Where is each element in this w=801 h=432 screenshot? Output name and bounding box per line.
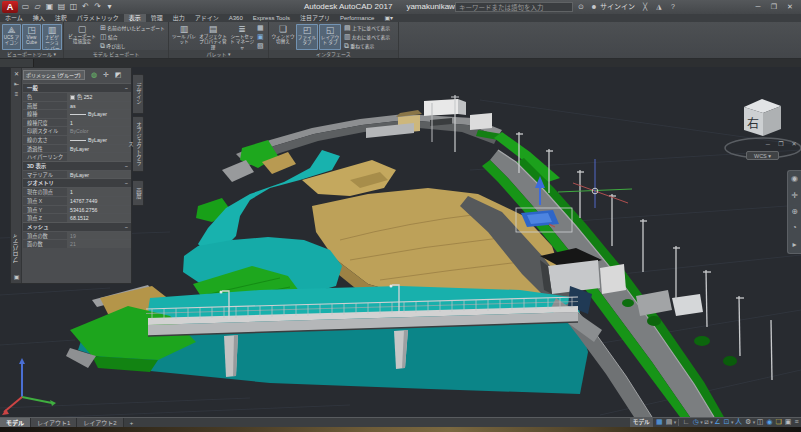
prop-row[interactable]: 印刷スタイルByColor xyxy=(23,126,131,135)
palette-properties-icon[interactable]: ≡ xyxy=(12,90,21,98)
viewport-minimize-icon[interactable]: ─ xyxy=(762,140,774,149)
switch-windows-button[interactable]: ❏ウィンドウ 切替え xyxy=(271,24,295,50)
tab-featured-apps[interactable]: 注目アプリ xyxy=(295,14,335,22)
orbit-icon[interactable]: ◔ xyxy=(792,223,797,233)
prop-row[interactable]: 現在の頂点1 xyxy=(23,187,131,196)
help-icon[interactable]: ? xyxy=(668,2,678,12)
tab-home[interactable]: ホーム xyxy=(0,14,28,22)
panel-label[interactable]: ビューポートツール ▾ xyxy=(0,50,63,58)
tab-insert[interactable]: 挿入 xyxy=(28,14,50,22)
panel-model-viewports: ▢ビューポート 環境設定 ⊞ 名前の付いたビューポート ◫ 結合 ⧉ 呼び出し … xyxy=(64,22,169,58)
minimize-button[interactable]: ─ xyxy=(750,0,766,13)
prop-row[interactable]: 線種尺度1 xyxy=(23,118,131,127)
object-type-dropdown[interactable]: ポリメッシュ (グループ) xyxy=(23,70,85,80)
palette-side-tab-object-class[interactable]: オブジェクトクラス xyxy=(133,116,144,172)
palette-side-tab-layer[interactable]: 画層 xyxy=(133,180,144,206)
tab-performance[interactable]: Performance xyxy=(335,14,379,22)
view-cube-button[interactable]: ◳View Cube xyxy=(22,24,41,50)
isometric-draft-icon[interactable]: ⧄ xyxy=(703,417,710,427)
tab-output[interactable]: 出力 xyxy=(168,14,190,22)
view-cube[interactable]: 右 xyxy=(725,99,801,158)
layout-tabs-button[interactable]: ◱レイアウト タブ xyxy=(319,24,341,50)
signin-button[interactable]: サインイン xyxy=(600,2,635,12)
properties-palette-button[interactable]: ▤オブジェクト プロパティ管理 xyxy=(198,24,228,50)
pan-icon[interactable]: ✛ xyxy=(791,191,798,201)
workspace-gear-icon[interactable]: ⚙ xyxy=(743,417,752,427)
navigation-bar[interactable]: ◉ ✛ ⊕ ◔ ▸ xyxy=(787,170,801,254)
section-general[interactable]: 一般− xyxy=(23,83,131,92)
annotation-visibility-icon[interactable]: 人 xyxy=(733,417,743,427)
tab-a360[interactable]: A360 xyxy=(224,14,248,22)
navigation-bar-button[interactable]: ▥ナビゲーション バー xyxy=(42,24,62,50)
search-input[interactable]: キーワードまたは語句を入力 xyxy=(455,2,573,12)
close-button[interactable]: ✕ xyxy=(782,0,798,13)
tab-annotate[interactable]: 注釈 xyxy=(50,14,72,22)
drawing-file-tab[interactable] xyxy=(0,59,34,67)
tab-parametric[interactable]: パラメトリック xyxy=(72,14,124,22)
tab-manage[interactable]: 管理 xyxy=(146,14,168,22)
file-tabs-button[interactable]: ◰ファイル タブ xyxy=(296,24,318,50)
panel-label[interactable]: パレット ▾ xyxy=(169,50,268,58)
quick-select-icon[interactable]: ◩ xyxy=(113,70,123,80)
prop-row[interactable]: ハイパーリンク xyxy=(23,152,131,161)
model-space-label[interactable]: モデル xyxy=(630,418,653,427)
panel-label[interactable]: インタフェース xyxy=(269,50,398,58)
prop-row[interactable]: 透過性ByLayer xyxy=(23,144,131,153)
prop-row[interactable]: 線の太さByLayer xyxy=(23,135,131,144)
object-snap-icon[interactable]: ⊡ xyxy=(722,417,731,427)
section-mesh[interactable]: メッシュ− xyxy=(23,222,131,231)
clean-screen-icon[interactable]: ▣ xyxy=(783,417,793,427)
zoom-icon[interactable]: ⊕ xyxy=(791,207,798,217)
tool-palettes-button[interactable]: ▥ツール パレット xyxy=(171,24,197,50)
viewport-config-button[interactable]: ▢ビューポート 環境設定 xyxy=(67,24,97,50)
prop-row[interactable]: 頂点 Y53416.2756 xyxy=(23,205,131,214)
pickadd-toggle-icon[interactable]: ◍ xyxy=(89,70,99,80)
palette-autohide-icon[interactable]: ⇤ xyxy=(12,80,21,88)
section-3d-visualization[interactable]: 3D 表示− xyxy=(23,161,131,170)
isolate-objects-icon[interactable]: ❏ xyxy=(774,417,783,427)
snap-caret-icon[interactable]: ▾ xyxy=(674,419,677,425)
hardware-acceleration-icon[interactable]: ◉ xyxy=(765,417,774,427)
tab-express-tools[interactable]: Express Tools xyxy=(248,14,295,22)
showmotion-icon[interactable]: ▸ xyxy=(792,240,796,250)
prop-row[interactable]: マテリアルByLayer xyxy=(23,170,131,179)
ucs-icon-button[interactable]: ⟁UCS アイコン xyxy=(2,24,21,50)
snap-icon[interactable]: ▤ xyxy=(664,417,674,427)
annotation-monitor-icon[interactable]: ◫ xyxy=(755,417,765,427)
ribbon-options-icon[interactable]: ▣▾ xyxy=(379,14,398,22)
wcs-dropdown[interactable]: WCS ▾ xyxy=(746,151,779,160)
ortho-icon[interactable]: ∟ xyxy=(681,417,691,427)
tab-addins[interactable]: アドイン xyxy=(190,14,224,22)
navigation-wheel-icon[interactable]: ◉ xyxy=(791,174,798,184)
object-snap-tracking-icon[interactable]: ∠ xyxy=(713,417,722,427)
ribbon-tab-bar: ホーム 挿入 注釈 パラメトリック 表示 管理 出力 アドイン A360 Exp… xyxy=(0,14,801,22)
autodesk-360-icon[interactable]: ◮ xyxy=(654,2,664,12)
search-icon[interactable]: ⊙ xyxy=(576,2,586,12)
restore-button[interactable]: ❐ xyxy=(766,0,782,13)
properties-palette: ✕ ⇤ ≡ プロパティ ▣ ポリメッシュ (グループ) ◍ ✛ ◩ 一般− 色色… xyxy=(10,67,132,284)
polar-tracking-icon[interactable]: ◷ xyxy=(691,417,700,427)
section-geometry[interactable]: ジオメトリ− xyxy=(23,178,131,187)
prop-row[interactable]: 面の数21 xyxy=(23,239,131,248)
palette-side-tab-design[interactable]: デザイン xyxy=(133,74,144,114)
prop-row[interactable]: 頂点の数19 xyxy=(23,231,131,240)
palette-menu-icon[interactable]: ▣ xyxy=(12,273,21,281)
sheet-set-manager-button[interactable]: ≣シートセット マネージャ xyxy=(229,24,255,50)
viewport-close-icon[interactable]: ✕ xyxy=(788,140,800,149)
grid-icon[interactable]: ▦ xyxy=(655,417,665,427)
prop-row[interactable]: 頂点 Z68.1512 xyxy=(23,213,131,222)
prop-row[interactable]: 頂点 X14767.7449 xyxy=(23,196,131,205)
viewport-restore-icon[interactable]: ❐ xyxy=(775,140,787,149)
cascade-icon: ⧉ xyxy=(344,42,349,49)
panel-interface: ❏ウィンドウ 切替え ◰ファイル タブ ◱レイアウト タブ ▤ 上下に並べて表示… xyxy=(269,22,399,58)
select-objects-icon[interactable]: ✛ xyxy=(101,70,111,80)
palette-close-icon[interactable]: ✕ xyxy=(12,70,21,78)
panel-label[interactable]: モデル ビューポート xyxy=(64,50,168,58)
prop-row[interactable]: 色色 252 xyxy=(23,92,131,101)
tab-view[interactable]: 表示 xyxy=(124,14,146,22)
prop-row[interactable]: 線種ByLayer xyxy=(23,109,131,118)
customize-icon[interactable]: ≡ xyxy=(793,417,800,427)
prop-row[interactable]: 画層as xyxy=(23,101,131,110)
viewcube-face-label[interactable]: 右 xyxy=(747,116,759,131)
exchange-icon[interactable]: ╳ xyxy=(640,2,650,12)
